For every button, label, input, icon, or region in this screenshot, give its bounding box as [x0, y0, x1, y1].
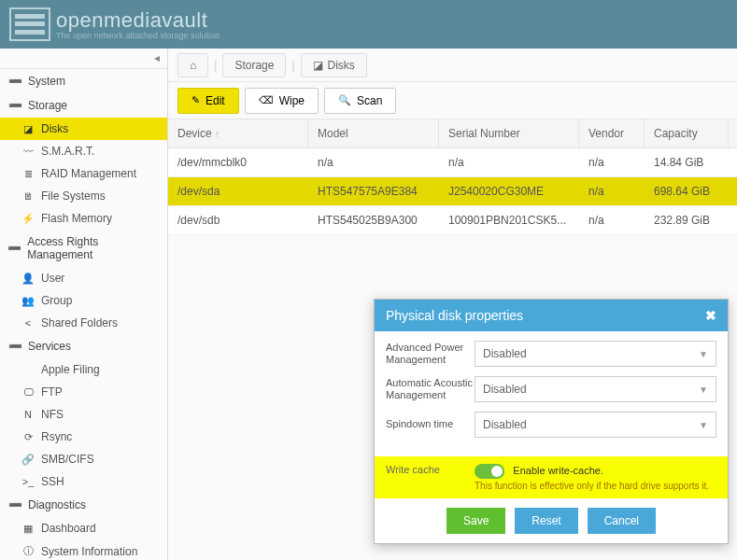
save-button[interactable]: Save	[446, 508, 505, 534]
col-serial[interactable]: Serial Number	[439, 119, 579, 147]
search-icon: 🔍	[338, 94, 351, 106]
home-icon: ⌂	[190, 59, 196, 72]
nav-group-label: Services	[28, 340, 71, 353]
cell-device: /dev/mmcblk0	[168, 148, 308, 176]
nav-item-label: Group	[41, 294, 72, 307]
write-cache-row: Write cache Enable write-cache. This fun…	[375, 456, 728, 498]
nav-group-label: Storage	[28, 99, 67, 112]
nav-item-label: S.M.A.R.T.	[41, 145, 94, 158]
nav-item[interactable]: 🗎File Systems	[0, 185, 167, 207]
col-device[interactable]: Device ↑	[168, 119, 308, 147]
table-row[interactable]: /dev/sdbHTS545025B9A300100901PBN201CSK5.…	[168, 206, 737, 235]
dialog-titlebar[interactable]: Physical disk properties ✖	[375, 300, 728, 331]
col-model[interactable]: Model	[308, 119, 439, 147]
aam-label: Automatic Acoustic Management	[386, 377, 475, 401]
nav-item-icon: 🔗	[21, 454, 35, 466]
nav-group[interactable]: ➖Services	[0, 334, 167, 358]
breadcrumb-sep: |	[291, 59, 294, 72]
breadcrumb-disks[interactable]: ◪Disks	[301, 53, 367, 77]
table-row[interactable]: /dev/mmcblk0n/an/an/a14.84 GiB	[168, 148, 737, 177]
nav-item[interactable]: >_SSH	[0, 470, 167, 493]
edit-button[interactable]: ✎Edit	[177, 88, 239, 114]
eraser-icon: ⌫	[259, 94, 274, 106]
nav-item-label: Disks	[41, 122, 68, 135]
nav-item-icon: 〰	[21, 146, 35, 157]
nav-group-label: System	[28, 75, 65, 88]
nav-item[interactable]: NNFS	[0, 403, 167, 426]
nav-item[interactable]: 🖵FTP	[0, 381, 167, 403]
nav-item-label: Flash Memory	[41, 212, 112, 225]
minus-icon: ➖	[7, 340, 22, 353]
apm-select[interactable]: Disabled▼	[475, 341, 716, 367]
nav-item-label: Dashboard	[41, 522, 96, 535]
nav-group-label: Diagnostics	[28, 498, 86, 511]
write-cache-text: Enable write-cache.	[513, 465, 603, 476]
write-cache-note: This function is effective only if the h…	[475, 481, 716, 491]
cell-vendor: n/a	[579, 177, 645, 205]
cell-serial: n/a	[439, 148, 579, 176]
nav-item-label: User	[41, 272, 64, 285]
nav-group[interactable]: ➖Diagnostics	[0, 493, 167, 517]
nav-item[interactable]: ≣RAID Management	[0, 162, 167, 185]
nav-item-icon: 🖵	[21, 386, 35, 398]
cancel-button[interactable]: Cancel	[588, 508, 656, 534]
reset-button[interactable]: Reset	[515, 508, 577, 534]
nav-item-label: Apple Filing	[41, 363, 100, 376]
dialog-footer: Save Reset Cancel	[375, 498, 728, 543]
cell-vendor: n/a	[579, 206, 645, 234]
nav-item[interactable]: 🔗SMB/CIFS	[0, 448, 167, 470]
spindown-select[interactable]: Disabled▼	[475, 412, 716, 438]
nav-item[interactable]: ◪Disks	[0, 118, 167, 140]
cell-capacity: 698.64 GiB	[645, 177, 729, 205]
cell-capacity: 14.84 GiB	[645, 148, 729, 176]
cell-model: n/a	[308, 148, 439, 176]
nav-group[interactable]: ➖System	[0, 69, 167, 93]
nav-item-icon: ▦	[21, 523, 35, 535]
breadcrumb-storage[interactable]: Storage	[222, 53, 286, 77]
scan-button[interactable]: 🔍Scan	[324, 88, 396, 114]
write-cache-toggle[interactable]	[475, 464, 504, 479]
chevron-down-icon: ▼	[699, 420, 708, 430]
sidebar-collapse[interactable]: ◂	[0, 49, 167, 69]
cell-capacity: 232.89 GiB	[645, 206, 729, 234]
nav-item[interactable]: Apple Filing	[0, 358, 167, 381]
nav-item[interactable]: ⓘSystem Information	[0, 539, 167, 560]
nav-item-icon: ⓘ	[21, 544, 35, 558]
pencil-icon: ✎	[191, 94, 200, 106]
nav-item-icon: >_	[21, 476, 35, 487]
col-capacity[interactable]: Capacity	[645, 119, 729, 147]
cell-serial: 100901PBN201CSK5...	[439, 206, 579, 234]
wipe-button[interactable]: ⌫Wipe	[245, 88, 319, 114]
nav-item[interactable]: 〰S.M.A.R.T.	[0, 140, 167, 162]
nav-item-icon: 👥	[21, 295, 35, 307]
cell-vendor: n/a	[579, 148, 645, 176]
table-row[interactable]: /dev/sdaHTS547575A9E384J2540020CG30MEn/a…	[168, 177, 737, 206]
nav-item-label: Rsync	[41, 430, 72, 443]
nav-item[interactable]: <Shared Folders	[0, 312, 167, 334]
close-icon[interactable]: ✖	[705, 308, 716, 323]
aam-select[interactable]: Disabled▼	[475, 376, 716, 402]
nav-item[interactable]: ▦Dashboard	[0, 517, 167, 539]
nav-item-icon: <	[21, 317, 35, 329]
nav-item-icon: ◪	[21, 123, 35, 135]
disk-properties-dialog: Physical disk properties ✖ Advanced Powe…	[374, 299, 729, 544]
nav-item-label: SMB/CIFS	[41, 453, 94, 466]
nav-item-label: NFS	[41, 408, 64, 421]
cell-model: HTS547575A9E384	[308, 177, 439, 205]
nav-item-label: RAID Management	[41, 167, 136, 180]
nav-group[interactable]: ➖Access Rights Management	[0, 230, 167, 267]
col-vendor[interactable]: Vendor	[579, 119, 645, 147]
brand-name: openmediavault	[56, 8, 220, 33]
nav-item[interactable]: ⚡Flash Memory	[0, 207, 167, 230]
breadcrumb: ⌂ | Storage | ◪Disks	[168, 49, 737, 82]
nav-item[interactable]: 👥Group	[0, 289, 167, 312]
chevron-down-icon: ▼	[699, 349, 708, 359]
nav-group[interactable]: ➖Storage	[0, 93, 167, 118]
nav-item[interactable]: 👤User	[0, 267, 167, 289]
nav-item-icon: ≣	[21, 168, 35, 180]
toolbar: ✎Edit ⌫Wipe 🔍Scan	[168, 82, 737, 119]
nav-item[interactable]: ⟳Rsync	[0, 426, 167, 448]
disks-table: Device ↑ Model Serial Number Vendor Capa…	[168, 119, 737, 235]
breadcrumb-home[interactable]: ⌂	[177, 53, 208, 77]
write-cache-label: Write cache	[386, 464, 475, 475]
